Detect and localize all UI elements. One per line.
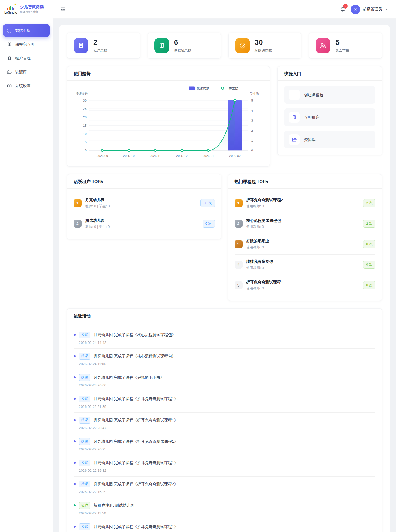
svg-text:2026-02: 2026-02: [229, 154, 241, 158]
row-top5: 活跃租户 TOP5 1 月亮幼儿园 教师: 0 | 学生: 0 30 次: [67, 174, 382, 301]
svg-text:20: 20: [83, 115, 87, 119]
top-header: ✦ LeSingle 少儿智慧阅读 服务管理后台 5: [0, 0, 396, 19]
notification-badge: 5: [343, 4, 348, 9]
stat-card-monthly-lessons: 30 月授课次数: [228, 33, 302, 59]
tenant-row[interactable]: 1 月亮幼儿园 教师: 0 | 学生: 0 30 次: [74, 193, 215, 213]
svg-text:2025-09: 2025-09: [96, 154, 108, 158]
brand-logo: ✦ LeSingle 少儿智慧阅读 服务管理后台: [0, 0, 53, 19]
usage-count-badge: 2 次: [363, 199, 375, 207]
user-menu[interactable]: 超级管理员: [351, 5, 389, 14]
stat-texts: 2 租户总数: [93, 38, 107, 53]
brand-subtitle: 服务管理后台: [20, 10, 44, 14]
stat-label: 租户总数: [93, 48, 107, 53]
quick-entry-label: 管理租户: [304, 115, 319, 120]
course-row[interactable]: 3 好饿的毛毛虫 使用教师: 0 0 次: [235, 234, 376, 255]
rank-badge: 3: [235, 240, 243, 248]
tenant-meta: 教师: 0 | 学生: 0: [85, 224, 110, 229]
svg-text:1: 1: [251, 139, 253, 142]
activity-type-badge: 授课: [79, 332, 90, 338]
quick-entry-manage-tenants[interactable]: 管理租户: [284, 108, 375, 126]
row-trend-quick: 使用趋势: [67, 66, 382, 167]
course-name: 折耳兔奇奇测试课程2: [246, 198, 283, 203]
trend-chart: 授课次数 学生数 授课次数 学生数: [67, 81, 270, 166]
activity-type-badge: 授课: [79, 481, 90, 487]
tenant-name: 测试幼儿园: [85, 218, 110, 223]
svg-text:2026-01: 2026-01: [203, 154, 214, 158]
usage-count-badge: 0 次: [363, 261, 375, 269]
quick-entry-resources[interactable]: 资源库: [284, 131, 375, 148]
activity-time: 2026-02-24 11:06: [79, 362, 375, 366]
svg-text:3: 3: [251, 119, 253, 122]
layout: 数据看板 课程包管理 租户管理: [0, 19, 396, 532]
panel-title: 最近活动: [67, 309, 382, 323]
legend-line-label: 学生数: [229, 86, 238, 90]
activity-text: 月亮幼儿园 完成了课程《折耳兔奇奇测试课程1》: [94, 524, 178, 529]
building-icon: [7, 56, 12, 61]
activity-type-badge: 租户: [79, 502, 90, 509]
users-icon: [316, 38, 330, 53]
activity-time: 2026-02-22 20:25: [79, 447, 375, 451]
stat-card-tenants: 2 租户总数: [67, 33, 140, 59]
quick-entry-label: 创建课程包: [304, 92, 323, 98]
tenant-row[interactable]: 2 测试幼儿园 教师: 0 | 学生: 0 0 次: [74, 213, 215, 234]
course-row[interactable]: 1 折耳兔奇奇测试课程2 使用教师: 0 2 次: [235, 193, 376, 213]
activity-type-badge: 授课: [79, 523, 90, 530]
chevron-down-icon: [385, 7, 389, 11]
user-icon: [353, 7, 358, 12]
course-texts: 好饿的毛毛虫 使用教师: 0: [246, 239, 269, 250]
sidebar-item-label: 数据看板: [15, 28, 31, 33]
quick-entry-list: 创建课程包 管理租户: [278, 81, 382, 155]
usage-count-badge: 30 次: [200, 199, 215, 207]
stat-label: 课程包总数: [174, 48, 191, 53]
stats-row: 2 租户总数 6 课程包总数: [67, 33, 382, 59]
svg-text:30: 30: [83, 99, 87, 102]
activity-type-badge: 授课: [79, 438, 90, 445]
quick-entry-create-course[interactable]: 创建课程包: [284, 86, 375, 104]
header-main: 5 超级管理员: [53, 0, 396, 19]
activity-time: 2026-02-22 15:29: [79, 490, 375, 494]
collapse-menu-icon: [60, 6, 66, 12]
dashboard-container: 2 租户总数 6 课程包总数: [59, 25, 390, 532]
recent-activities-panel: 最近活动 授课 月亮幼儿园 完成了课程《核心流程测试课程包》 2026-02-2…: [67, 308, 382, 532]
rank-badge: 4: [235, 261, 243, 269]
tenant-meta: 教师: 0 | 学生: 0: [85, 204, 110, 209]
activity-item: 授课 月亮幼儿园 完成了课程《折耳兔奇奇测试课程1》 2026-02-21 20…: [74, 519, 375, 532]
svg-text:4: 4: [251, 109, 253, 112]
activity-text: 月亮幼儿园 完成了课程《折耳兔奇奇测试课程1》: [94, 439, 178, 444]
activity-type-badge: 授课: [79, 396, 90, 402]
stat-value: 30: [255, 38, 272, 47]
course-row[interactable]: 2 核心流程测试课程包 使用教师: 0 2 次: [235, 213, 376, 234]
dashboard-grid-icon: [7, 28, 12, 33]
gear-icon: [7, 83, 12, 88]
svg-text:2025-11: 2025-11: [150, 154, 161, 158]
sidebar-item-resources[interactable]: 资源库: [3, 66, 50, 78]
brand-logo-text: LeSingle: [4, 11, 17, 14]
usage-count-badge: 0 次: [203, 220, 215, 228]
activity-dot: [74, 355, 76, 357]
activity-list: 授课 月亮幼儿园 完成了课程《核心流程测试课程包》 2026-02-24 14:…: [67, 323, 382, 532]
stat-value: 6: [174, 38, 191, 47]
svg-text:2: 2: [251, 129, 253, 132]
sidebar-item-tenants[interactable]: 租户管理: [3, 52, 50, 65]
tenant-texts: 测试幼儿园 教师: 0 | 学生: 0: [85, 218, 110, 229]
activity-item: 授课 月亮幼儿园 完成了课程《好饿的毛毛虫》 2026-02-23 20:06: [74, 370, 375, 391]
notification-bell[interactable]: 5: [340, 5, 345, 13]
avatar: [351, 5, 360, 14]
activity-time: 2026-02-22 11:56: [79, 511, 375, 515]
panel-title: 热门课程包 TOP5: [228, 174, 382, 189]
activity-dot: [74, 419, 76, 421]
activity-dot: [74, 398, 76, 400]
course-row[interactable]: 5 折耳兔奇奇测试课程1 使用教师: 0 0 次: [235, 275, 376, 295]
sidebar-item-settings[interactable]: 系统设置: [3, 79, 50, 92]
usage-count-badge: 2 次: [363, 220, 375, 228]
sidebar-collapse-button[interactable]: [60, 6, 66, 12]
course-row[interactable]: 4 猜猜我有多爱你 使用教师: 0 0 次: [235, 255, 376, 275]
sidebar-item-course-packages[interactable]: 课程包管理: [3, 38, 50, 51]
quick-entry-panel: 快捷入口 创建课程包: [277, 66, 382, 155]
activity-time: 2026-02-22 20:47: [79, 426, 375, 430]
sidebar-item-dashboard[interactable]: 数据看板: [3, 24, 50, 37]
brand-logo-icon: ✦ LeSingle: [4, 4, 17, 14]
activity-item: 授课 月亮幼儿园 完成了课程《折耳兔奇奇测试课程1》 2026-02-22 20…: [74, 434, 375, 455]
svg-text:25: 25: [83, 107, 87, 110]
tenant-texts: 月亮幼儿园 教师: 0 | 学生: 0: [85, 198, 110, 209]
